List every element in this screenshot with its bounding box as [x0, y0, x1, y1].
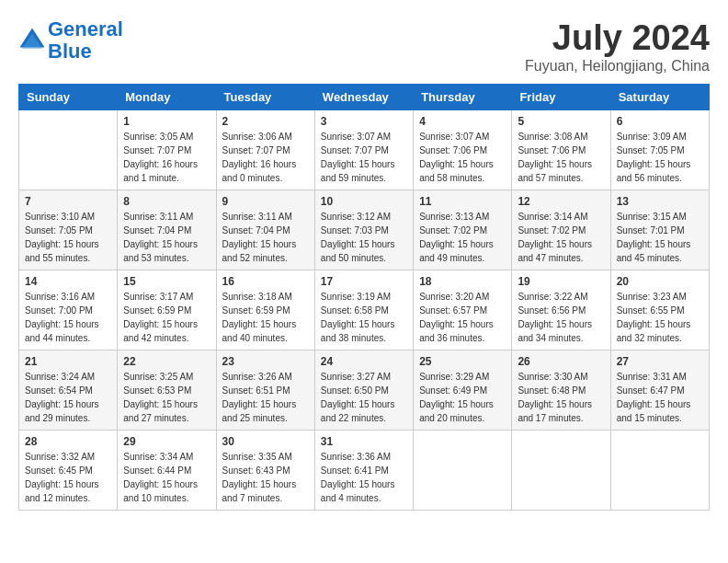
calendar-cell: 29Sunrise: 3:34 AM Sunset: 6:44 PM Dayli…	[118, 431, 216, 511]
calendar-cell: 12Sunrise: 3:14 AM Sunset: 7:02 PM Dayli…	[512, 190, 610, 270]
calendar-cell: 20Sunrise: 3:23 AM Sunset: 6:55 PM Dayli…	[610, 270, 709, 350]
day-number: 21	[25, 355, 111, 368]
day-number: 2	[222, 115, 309, 128]
calendar-cell: 17Sunrise: 3:19 AM Sunset: 6:58 PM Dayli…	[314, 270, 413, 350]
calendar-cell: 19Sunrise: 3:22 AM Sunset: 6:56 PM Dayli…	[512, 270, 610, 350]
day-info: Sunrise: 3:18 AM Sunset: 6:59 PM Dayligh…	[222, 290, 309, 345]
day-number: 1	[123, 115, 210, 128]
calendar-cell: 9Sunrise: 3:11 AM Sunset: 7:04 PM Daylig…	[216, 190, 314, 270]
day-info: Sunrise: 3:06 AM Sunset: 7:07 PM Dayligh…	[222, 130, 309, 185]
day-number: 10	[321, 195, 407, 208]
day-info: Sunrise: 3:23 AM Sunset: 6:55 PM Dayligh…	[617, 290, 703, 345]
calendar-cell: 26Sunrise: 3:30 AM Sunset: 6:48 PM Dayli…	[512, 350, 610, 431]
day-number: 31	[321, 435, 407, 448]
day-number: 19	[518, 275, 604, 288]
calendar-cell	[414, 431, 512, 511]
calendar-cell: 23Sunrise: 3:26 AM Sunset: 6:51 PM Dayli…	[216, 350, 314, 431]
day-number: 14	[25, 275, 111, 288]
day-info: Sunrise: 3:15 AM Sunset: 7:01 PM Dayligh…	[617, 210, 703, 265]
logo-text: General Blue	[48, 18, 123, 63]
column-header-sunday: Sunday	[19, 85, 118, 110]
calendar-cell	[19, 110, 118, 190]
day-number: 6	[617, 115, 703, 128]
day-number: 25	[419, 355, 506, 368]
day-number: 12	[518, 195, 604, 208]
day-number: 23	[222, 355, 309, 368]
calendar-cell: 7Sunrise: 3:10 AM Sunset: 7:05 PM Daylig…	[19, 190, 118, 270]
day-info: Sunrise: 3:17 AM Sunset: 6:59 PM Dayligh…	[123, 290, 210, 345]
day-info: Sunrise: 3:29 AM Sunset: 6:49 PM Dayligh…	[419, 370, 506, 425]
day-number: 13	[617, 195, 703, 208]
day-info: Sunrise: 3:32 AM Sunset: 6:45 PM Dayligh…	[25, 450, 111, 505]
day-number: 16	[222, 275, 309, 288]
day-number: 29	[123, 435, 210, 448]
day-number: 30	[222, 435, 309, 448]
calendar-cell: 30Sunrise: 3:35 AM Sunset: 6:43 PM Dayli…	[216, 431, 314, 511]
day-number: 22	[123, 355, 210, 368]
column-header-monday: Monday	[118, 85, 216, 110]
calendar-cell: 10Sunrise: 3:12 AM Sunset: 7:03 PM Dayli…	[314, 190, 413, 270]
day-number: 5	[518, 115, 604, 128]
day-info: Sunrise: 3:16 AM Sunset: 7:00 PM Dayligh…	[25, 290, 111, 345]
day-info: Sunrise: 3:24 AM Sunset: 6:54 PM Dayligh…	[25, 370, 111, 425]
column-header-wednesday: Wednesday	[314, 85, 413, 110]
day-info: Sunrise: 3:26 AM Sunset: 6:51 PM Dayligh…	[222, 370, 309, 425]
day-info: Sunrise: 3:30 AM Sunset: 6:48 PM Dayligh…	[518, 370, 604, 425]
day-number: 18	[419, 275, 506, 288]
week-row-2: 7Sunrise: 3:10 AM Sunset: 7:05 PM Daylig…	[19, 190, 710, 270]
calendar-cell: 22Sunrise: 3:25 AM Sunset: 6:53 PM Dayli…	[118, 350, 216, 431]
day-number: 28	[25, 435, 111, 448]
calendar-cell: 15Sunrise: 3:17 AM Sunset: 6:59 PM Dayli…	[118, 270, 216, 350]
logo-icon	[18, 27, 46, 54]
calendar-cell: 2Sunrise: 3:06 AM Sunset: 7:07 PM Daylig…	[216, 110, 314, 190]
day-info: Sunrise: 3:14 AM Sunset: 7:02 PM Dayligh…	[518, 210, 604, 265]
day-info: Sunrise: 3:25 AM Sunset: 6:53 PM Dayligh…	[123, 370, 210, 425]
week-row-3: 14Sunrise: 3:16 AM Sunset: 7:00 PM Dayli…	[19, 270, 710, 350]
calendar-cell: 28Sunrise: 3:32 AM Sunset: 6:45 PM Dayli…	[19, 431, 118, 511]
calendar-cell: 16Sunrise: 3:18 AM Sunset: 6:59 PM Dayli…	[216, 270, 314, 350]
week-row-5: 28Sunrise: 3:32 AM Sunset: 6:45 PM Dayli…	[19, 431, 710, 511]
day-info: Sunrise: 3:19 AM Sunset: 6:58 PM Dayligh…	[321, 290, 407, 345]
day-number: 4	[419, 115, 506, 128]
column-header-saturday: Saturday	[610, 85, 709, 110]
day-number: 26	[518, 355, 604, 368]
day-info: Sunrise: 3:05 AM Sunset: 7:07 PM Dayligh…	[123, 130, 210, 185]
day-info: Sunrise: 3:10 AM Sunset: 7:05 PM Dayligh…	[25, 210, 111, 265]
calendar-cell	[610, 431, 709, 511]
calendar-cell: 4Sunrise: 3:07 AM Sunset: 7:06 PM Daylig…	[414, 110, 512, 190]
week-row-4: 21Sunrise: 3:24 AM Sunset: 6:54 PM Dayli…	[19, 350, 710, 431]
calendar-cell: 25Sunrise: 3:29 AM Sunset: 6:49 PM Dayli…	[414, 350, 512, 431]
calendar-cell: 27Sunrise: 3:31 AM Sunset: 6:47 PM Dayli…	[610, 350, 709, 431]
day-info: Sunrise: 3:36 AM Sunset: 6:41 PM Dayligh…	[321, 450, 407, 505]
day-number: 24	[321, 355, 407, 368]
column-header-tuesday: Tuesday	[216, 85, 314, 110]
day-info: Sunrise: 3:08 AM Sunset: 7:06 PM Dayligh…	[518, 130, 604, 185]
calendar-body: 1Sunrise: 3:05 AM Sunset: 7:07 PM Daylig…	[19, 110, 710, 511]
logo-line2: Blue	[48, 40, 92, 63]
title-block: July 2024 Fuyuan, Heilongjiang, China	[525, 18, 710, 75]
day-info: Sunrise: 3:12 AM Sunset: 7:03 PM Dayligh…	[321, 210, 407, 265]
logo: General Blue	[18, 18, 123, 63]
calendar-cell: 3Sunrise: 3:07 AM Sunset: 7:07 PM Daylig…	[314, 110, 413, 190]
calendar-cell: 13Sunrise: 3:15 AM Sunset: 7:01 PM Dayli…	[610, 190, 709, 270]
calendar-cell	[512, 431, 610, 511]
day-info: Sunrise: 3:09 AM Sunset: 7:05 PM Dayligh…	[617, 130, 703, 185]
day-number: 9	[222, 195, 309, 208]
calendar-table: SundayMondayTuesdayWednesdayThursdayFrid…	[18, 84, 710, 511]
column-headers-row: SundayMondayTuesdayWednesdayThursdayFrid…	[19, 85, 710, 110]
day-number: 27	[617, 355, 703, 368]
day-info: Sunrise: 3:11 AM Sunset: 7:04 PM Dayligh…	[123, 210, 210, 265]
calendar-cell: 24Sunrise: 3:27 AM Sunset: 6:50 PM Dayli…	[314, 350, 413, 431]
day-info: Sunrise: 3:20 AM Sunset: 6:57 PM Dayligh…	[419, 290, 506, 345]
day-info: Sunrise: 3:07 AM Sunset: 7:06 PM Dayligh…	[419, 130, 506, 185]
calendar-cell: 1Sunrise: 3:05 AM Sunset: 7:07 PM Daylig…	[118, 110, 216, 190]
day-number: 7	[25, 195, 111, 208]
day-info: Sunrise: 3:35 AM Sunset: 6:43 PM Dayligh…	[222, 450, 309, 505]
calendar-cell: 8Sunrise: 3:11 AM Sunset: 7:04 PM Daylig…	[118, 190, 216, 270]
calendar-cell: 5Sunrise: 3:08 AM Sunset: 7:06 PM Daylig…	[512, 110, 610, 190]
calendar-cell: 14Sunrise: 3:16 AM Sunset: 7:00 PM Dayli…	[19, 270, 118, 350]
calendar-cell: 18Sunrise: 3:20 AM Sunset: 6:57 PM Dayli…	[414, 270, 512, 350]
column-header-thursday: Thursday	[414, 85, 512, 110]
day-info: Sunrise: 3:31 AM Sunset: 6:47 PM Dayligh…	[617, 370, 703, 425]
day-number: 15	[123, 275, 210, 288]
